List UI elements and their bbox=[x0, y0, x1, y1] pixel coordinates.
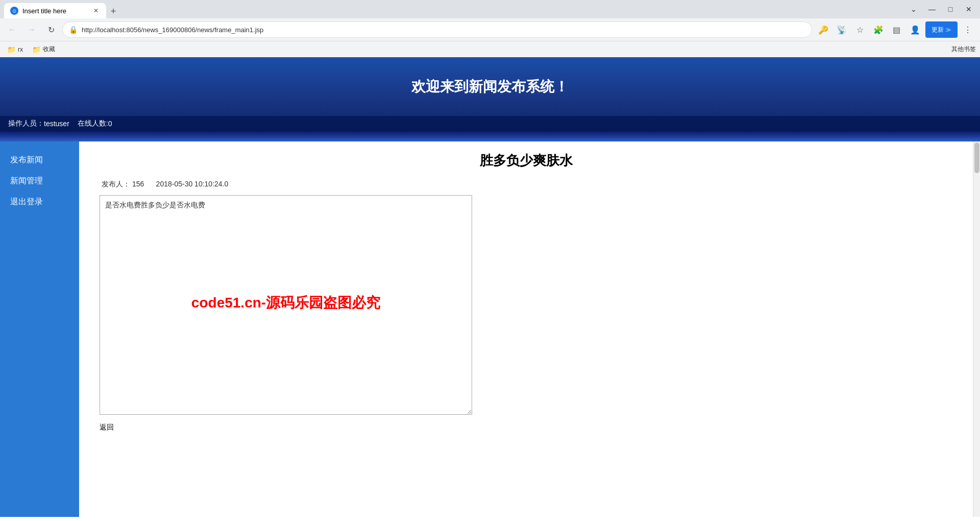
publish-date: 2018-05-30 10:10:24.0 bbox=[156, 180, 229, 188]
folder-icon: 📁 bbox=[7, 45, 16, 54]
article-body: 是否水电费胜多负少是否水电费 code51.cn-源码乐园盗图必究 bbox=[100, 195, 472, 415]
update-button[interactable]: 更新 ≫ bbox=[925, 21, 958, 38]
star-icon[interactable]: ☆ bbox=[852, 21, 868, 38]
article-meta: 发布人： 156 2018-05-30 10:10:24.0 bbox=[102, 180, 952, 189]
bookmark-favorites-label: 收藏 bbox=[43, 45, 55, 54]
article-body-text: 是否水电费胜多负少是否水电费 bbox=[105, 201, 467, 210]
cast-icon[interactable]: 📡 bbox=[834, 21, 850, 38]
back-button[interactable]: ← bbox=[4, 21, 20, 38]
close-button[interactable]: ✕ bbox=[962, 2, 976, 16]
main-layout: 发布新闻 新闻管理 退出登录 胜多负少爽肤水 发布人： 156 2018-05-… bbox=[0, 141, 980, 517]
tab-favicon: ⊙ bbox=[10, 7, 18, 15]
lock-icon: 🔒 bbox=[69, 26, 78, 34]
window-controls: ⌄ — □ ✕ bbox=[906, 2, 976, 16]
folder-icon: 📁 bbox=[32, 45, 41, 54]
title-bar: ⊙ Insert title here ✕ + ⌄ — □ ✕ bbox=[0, 0, 980, 18]
tab-area: ⊙ Insert title here ✕ + bbox=[4, 0, 902, 18]
page-scrollbar[interactable] bbox=[973, 141, 980, 517]
chevron-icon[interactable]: ⌄ bbox=[906, 2, 921, 16]
bookmarks-right: 其他书签 bbox=[951, 45, 976, 54]
site-title: 欢迎来到新闻发布系统！ bbox=[411, 77, 569, 97]
tab-close-button[interactable]: ✕ bbox=[92, 7, 100, 15]
operator-label: 操作人员： bbox=[8, 119, 44, 128]
online-count-value: 0 bbox=[108, 120, 112, 128]
page-header: 欢迎来到新闻发布系统！ 操作人员： testuser 在线人数: 0 bbox=[0, 57, 980, 141]
address-bar: ← → ↻ 🔒 🔑 📡 ☆ 🧩 ▤ 👤 更新 ≫ ⋮ bbox=[0, 18, 980, 41]
bookmark-favorites[interactable]: 📁 收藏 bbox=[29, 44, 58, 55]
watermark-text: code51.cn-源码乐园盗图必究 bbox=[191, 293, 380, 313]
refresh-button[interactable]: ↻ bbox=[43, 21, 59, 38]
header-title-area: 欢迎来到新闻发布系统！ bbox=[0, 57, 980, 116]
sidebar-toggle-icon[interactable]: ▤ bbox=[889, 21, 905, 38]
address-input-wrapper[interactable]: 🔒 bbox=[62, 21, 812, 38]
tab-title: Insert title here bbox=[22, 7, 66, 15]
sidebar-item-manage-news[interactable]: 新闻管理 bbox=[0, 171, 79, 192]
content-area: 胜多负少爽肤水 发布人： 156 2018-05-30 10:10:24.0 是… bbox=[79, 141, 973, 517]
browser-window: ⊙ Insert title here ✕ + ⌄ — □ ✕ ← → ↻ 🔒 … bbox=[0, 0, 980, 517]
scrollbar-thumb[interactable] bbox=[974, 143, 979, 173]
back-link[interactable]: 返回 bbox=[100, 423, 952, 432]
other-bookmarks-label[interactable]: 其他书签 bbox=[951, 45, 976, 54]
username-value: testuser bbox=[44, 120, 69, 128]
bookmark-rx[interactable]: 📁 rx bbox=[4, 44, 26, 55]
active-tab[interactable]: ⊙ Insert title here ✕ bbox=[4, 3, 106, 18]
minimize-button[interactable]: — bbox=[925, 2, 939, 16]
publisher-id: 156 bbox=[132, 180, 144, 188]
page-content: 欢迎来到新闻发布系统！ 操作人员： testuser 在线人数: 0 发布新闻 … bbox=[0, 57, 980, 517]
bookmark-rx-label: rx bbox=[18, 46, 23, 53]
forward-button[interactable]: → bbox=[23, 21, 40, 38]
sidebar: 发布新闻 新闻管理 退出登录 bbox=[0, 141, 79, 517]
maximize-button[interactable]: □ bbox=[943, 2, 958, 16]
header-bottom-bar bbox=[0, 131, 980, 141]
menu-icon[interactable]: ⋮ bbox=[960, 21, 976, 38]
password-icon[interactable]: 🔑 bbox=[815, 21, 831, 38]
header-status-bar: 操作人员： testuser 在线人数: 0 bbox=[0, 116, 980, 131]
publisher-label: 发布人： bbox=[102, 180, 130, 188]
new-tab-button[interactable]: + bbox=[106, 4, 120, 18]
article-title: 胜多负少爽肤水 bbox=[100, 152, 952, 170]
online-label: 在线人数: bbox=[78, 119, 108, 128]
extension-icon[interactable]: 🧩 bbox=[870, 21, 887, 38]
sidebar-item-logout[interactable]: 退出登录 bbox=[0, 192, 79, 212]
toolbar-icons: 🔑 📡 ☆ 🧩 ▤ 👤 更新 ≫ ⋮ bbox=[815, 21, 976, 38]
bookmarks-bar: 📁 rx 📁 收藏 其他书签 bbox=[0, 41, 980, 57]
address-input[interactable] bbox=[82, 26, 805, 34]
sidebar-item-publish-news[interactable]: 发布新闻 bbox=[0, 150, 79, 171]
account-icon[interactable]: 👤 bbox=[907, 21, 923, 38]
